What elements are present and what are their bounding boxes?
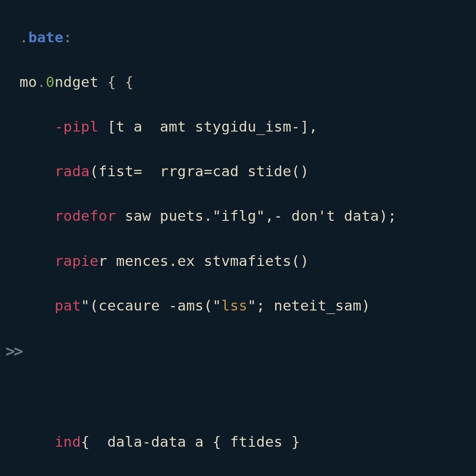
str-lss: lss — [221, 297, 248, 314]
indent-guide: | — [0, 205, 20, 227]
code-line-6: | ind{ dala-data a { ftides } — [20, 430, 471, 453]
kw-rada: rada — [54, 163, 89, 179]
indent-guide: | — [0, 115, 20, 138]
kw-rapie: rapie — [54, 252, 98, 269]
keyword-bate: bate — [28, 29, 63, 46]
code-line-4: | rapier mences.ex stvmafiets() — [20, 250, 471, 272]
prompt-icon: >> — [6, 342, 22, 360]
mo: mo — [20, 73, 37, 90]
indent-guide: | — [0, 160, 20, 182]
code-line-5: | pat"(cecaure -ams("lss"; neteit_sam) — [20, 294, 471, 317]
code-line-1: | -pipl [t a amt stygidu_ism-], — [20, 115, 471, 138]
code-editor[interactable]: .bate: mo.0ndget { { | -pipl [t a amt st… — [0, 0, 476, 476]
indent-guide: | — [0, 250, 20, 272]
colon: : — [63, 29, 72, 46]
ndget: ndget — [54, 73, 98, 90]
kw-for: for — [90, 207, 116, 224]
code-line-3: | rodefor saw puets."iflg",- don't data)… — [20, 205, 471, 227]
kw-ind: ind — [54, 433, 81, 450]
zero: 0 — [46, 73, 55, 90]
kw-pat: pat — [54, 297, 81, 314]
code-line-2: | rada(fist= rrgra=cad stide() — [20, 160, 471, 182]
prompt-1: >> — [20, 339, 471, 364]
kw-rode: rode — [54, 207, 89, 224]
indent-guide: | — [0, 430, 20, 453]
header-line: .bate: — [20, 26, 471, 48]
blank-line — [20, 385, 471, 408]
dot: . — [20, 29, 28, 46]
indent-guide: | — [0, 294, 20, 317]
decl-line: mo.0ndget { { — [20, 71, 471, 93]
kw-pipl: -pipl — [54, 118, 98, 135]
